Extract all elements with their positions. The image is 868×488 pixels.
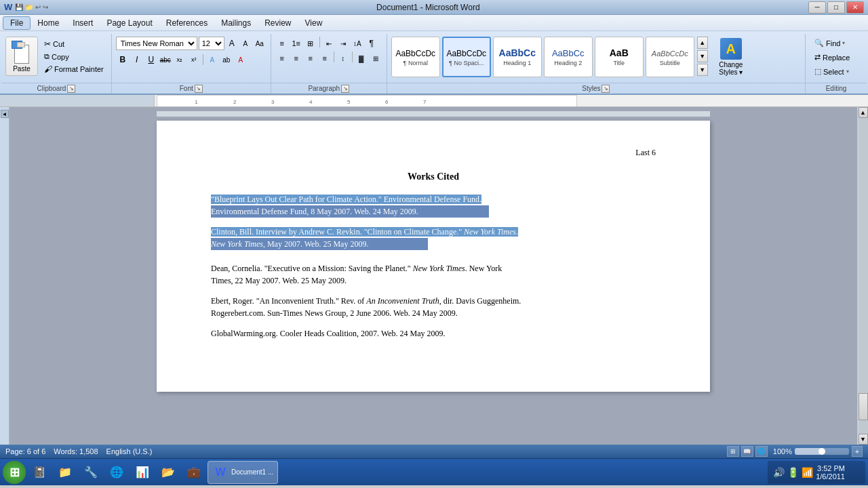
menu-references[interactable]: References [159, 17, 214, 29]
status-left: Page: 6 of 6 Words: 1,508 English (U.S.) [5, 447, 152, 455]
menu-review[interactable]: Review [258, 17, 298, 29]
scroll-track[interactable] [859, 118, 868, 434]
system-tray: 🔊 🔋 📶 3:52 PM 1/6/2011 [768, 461, 865, 484]
zoom-level: 100% [773, 447, 792, 455]
subscript-button[interactable]: x₂ [173, 53, 186, 66]
taskbar-app-5[interactable]: 📊 [130, 461, 155, 484]
shading-button[interactable]: ▓ [355, 52, 368, 65]
start-button[interactable]: ⊞ [3, 461, 26, 484]
taskbar-word-label: Document1 ... [231, 468, 273, 476]
system-clock: 3:52 PM 1/6/2011 [816, 464, 845, 481]
taskbar-icon-7: 💼 [186, 464, 202, 481]
close-button[interactable]: ✕ [846, 1, 864, 14]
select-button[interactable]: ⬚ Select ▾ [810, 65, 854, 78]
clipboard-expand[interactable]: ↘ [67, 85, 75, 93]
styles-scroll-up[interactable]: ▲ [697, 37, 708, 49]
paragraph-expand[interactable]: ↘ [341, 85, 349, 93]
styles-gallery: AaBbCcDc ¶ Normal AaBbCcDc ¶ No Spaci...… [391, 37, 694, 77]
bold-button[interactable]: B [116, 53, 130, 66]
decrease-indent-button[interactable]: ⇤ [322, 37, 336, 50]
font-shrink-button[interactable]: A [239, 37, 252, 49]
align-center-button[interactable]: ≡ [290, 52, 303, 65]
style-no-spacing[interactable]: AaBbCcDc ¶ No Spaci... [442, 37, 491, 77]
styles-more[interactable]: ▼ [697, 64, 708, 76]
multilevel-button[interactable]: ⊞ [304, 37, 317, 50]
change-styles-button[interactable]: A ChangeStyles ▾ [711, 37, 751, 77]
justify-button[interactable]: ≡ [318, 52, 332, 65]
paste-button[interactable]: Paste [5, 37, 38, 76]
clear-format-button[interactable]: Aa [253, 37, 267, 50]
maximize-button[interactable]: □ [827, 1, 845, 14]
find-button[interactable]: 🔍 Find ▾ [810, 37, 850, 49]
show-desktop-button[interactable] [848, 461, 860, 484]
menu-view[interactable]: View [298, 17, 330, 29]
taskbar-app-1[interactable]: 📓 [27, 461, 52, 484]
clipboard-label: Clipboard [37, 85, 66, 92]
superscript-button[interactable]: x² [187, 53, 201, 66]
font-family-select[interactable]: Times New Roman [116, 37, 197, 50]
taskbar-app-7[interactable]: 💼 [182, 461, 206, 484]
style-heading2[interactable]: AaBbCc Heading 2 [544, 37, 593, 77]
minimize-button[interactable]: ─ [808, 1, 826, 14]
format-painter-icon: 🖌 [44, 64, 52, 74]
taskbar-app-2[interactable]: 📁 [53, 461, 77, 484]
scroll-thumb[interactable] [859, 393, 868, 420]
taskbar-app-3[interactable]: 🔧 [79, 461, 103, 484]
style-normal[interactable]: AaBbCcDc ¶ Normal [391, 37, 440, 77]
bullets-button[interactable]: ≡ [275, 37, 289, 50]
print-layout-button[interactable]: ⊞ [727, 446, 739, 457]
text-highlight-button[interactable]: ab [220, 53, 233, 66]
sort-button[interactable]: ↕A [351, 37, 364, 50]
text-effects-button[interactable]: A [205, 53, 219, 66]
word-logo-icon: W [4, 2, 12, 12]
editing-group: 🔍 Find ▾ ⇄ Replace ⬚ Select ▾ Editing [806, 34, 867, 94]
increase-indent-button[interactable]: ⇥ [336, 37, 350, 50]
view-buttons: ⊞ 📖 🌐 [727, 446, 768, 457]
cut-button[interactable]: ✂ Cut [41, 38, 107, 50]
font-color-button[interactable]: A [234, 53, 248, 66]
document-scroll-area[interactable]: Last 6 Works Cited "Blueprint Lays Out C… [9, 107, 857, 445]
line-spacing-button[interactable]: ↕ [336, 52, 350, 65]
taskbar: ⊞ 📓 📁 🔧 🌐 📊 📂 💼 W Document1 ... 🔊 🔋 📶 3:… [0, 458, 868, 485]
styles-scroll-down[interactable]: ▼ [697, 50, 708, 62]
menu-file[interactable]: File [3, 16, 31, 30]
full-reading-button[interactable]: 📖 [741, 446, 753, 457]
strikethrough-button[interactable]: abc [159, 53, 172, 66]
italic-button[interactable]: I [130, 53, 144, 66]
numbering-button[interactable]: 1≡ [290, 37, 303, 50]
font-expand[interactable]: ↘ [195, 85, 203, 93]
zoom-slider[interactable] [795, 448, 849, 455]
tray-icon-2: 🔋 [787, 467, 799, 478]
show-formatting-button[interactable]: ¶ [365, 37, 378, 50]
taskbar-app-4[interactable]: 🌐 [104, 461, 129, 484]
underline-button[interactable]: U [144, 53, 158, 66]
format-painter-button[interactable]: 🖌 Format Painter [41, 63, 107, 75]
style-heading1[interactable]: AaBbCc Heading 1 [493, 37, 542, 77]
font-grow-button[interactable]: A [226, 37, 238, 49]
copy-button[interactable]: ⧉ Copy [41, 51, 107, 62]
web-layout-button[interactable]: 🌐 [755, 446, 768, 457]
vertical-scrollbar[interactable]: ▲ ▼ [857, 107, 868, 445]
paragraph-group: ≡ 1≡ ⊞ ⇤ ⇥ ↕A ¶ ≡ ≡ ≡ ≡ ↕ ▓ [271, 34, 387, 94]
left-sidebar-toggle[interactable]: ◄ [1, 110, 9, 118]
menu-insert[interactable]: Insert [66, 17, 100, 29]
borders-button[interactable]: ⊞ [369, 52, 382, 65]
taskbar-app-6[interactable]: 📂 [156, 461, 180, 484]
zoom-in-button[interactable]: + [852, 446, 863, 457]
replace-button[interactable]: ⇄ Replace [810, 51, 854, 64]
styles-expand[interactable]: ↘ [601, 85, 610, 93]
align-right-button[interactable]: ≡ [304, 52, 317, 65]
scroll-up-button[interactable]: ▲ [859, 107, 868, 118]
align-left-button[interactable]: ≡ [275, 52, 289, 65]
style-title[interactable]: AaB Title [595, 37, 644, 77]
menu-page-layout[interactable]: Page Layout [100, 17, 159, 29]
menu-mailings[interactable]: Mailings [214, 17, 258, 29]
scroll-down-button[interactable]: ▼ [859, 434, 868, 445]
taskbar-word-active[interactable]: W Document1 ... [208, 461, 278, 484]
style-subtitle[interactable]: AaBbCcDc Subtitle [646, 37, 694, 77]
menu-home[interactable]: Home [31, 17, 66, 29]
document-page: Last 6 Works Cited "Blueprint Lays Out C… [157, 121, 710, 392]
font-label: Font [180, 85, 193, 92]
font-size-select[interactable]: 12 [199, 37, 224, 50]
title-bar-title: Document1 - Microsoft Word [376, 3, 480, 12]
